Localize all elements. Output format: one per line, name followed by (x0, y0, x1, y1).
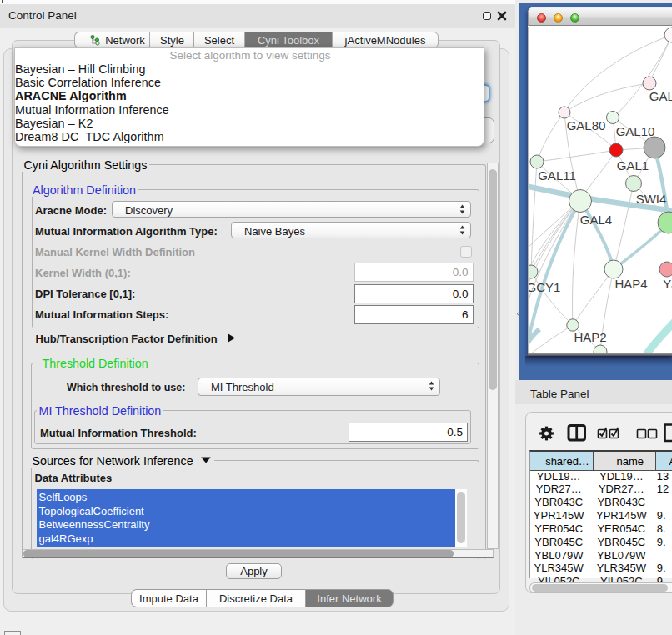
svg-text:SWI4: SWI4 (636, 192, 667, 206)
svg-text:GAL4: GAL4 (580, 212, 612, 227)
svg-text:GAL80: GAL80 (567, 118, 606, 132)
svg-text:YJ: YJ (663, 277, 672, 291)
svg-text:HAP2: HAP2 (574, 330, 606, 344)
svg-text:GAL11: GAL11 (538, 168, 576, 182)
svg-text:HAP4: HAP4 (614, 277, 647, 291)
svg-text:GAL7: GAL7 (649, 89, 672, 103)
svg-text:GAL1: GAL1 (617, 158, 649, 172)
svg-text:GAL10: GAL10 (616, 124, 655, 138)
svg-text:GCY1: GCY1 (529, 280, 560, 294)
